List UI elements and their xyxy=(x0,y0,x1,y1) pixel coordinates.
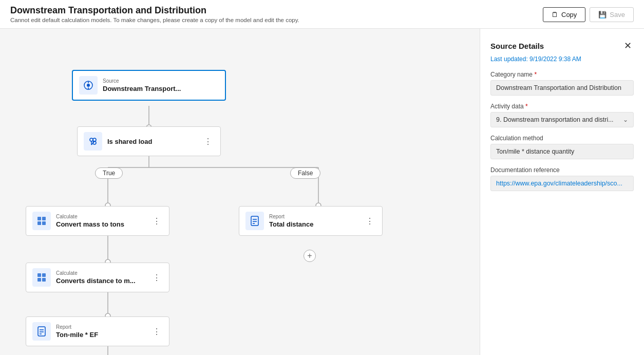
svg-rect-34 xyxy=(251,216,258,226)
calc2-content: Calculate Converts distance to m... xyxy=(56,270,145,285)
calc2-title: Converts distance to m... xyxy=(56,277,145,285)
calc1-content: Calculate Convert mass to tons xyxy=(56,214,145,228)
subtitle: Cannot edit default calculation models. … xyxy=(10,17,299,23)
svg-rect-27 xyxy=(42,273,46,277)
activity-label: Activity data * xyxy=(490,103,634,110)
condition-menu-icon[interactable]: ⋮ xyxy=(202,136,214,147)
header-left: Downstream Transportation and Distributi… xyxy=(10,5,299,23)
calc1-title: Convert mass to tons xyxy=(56,220,145,228)
calc1-menu-icon[interactable]: ⋮ xyxy=(150,215,163,227)
calc-node-1[interactable]: Calculate Convert mass to tons ⋮ xyxy=(26,206,169,236)
right-panel: Source Details ✕ Last updated: 9/19/2022… xyxy=(480,29,644,355)
chevron-down-icon: ⌄ xyxy=(623,116,628,123)
calc2-type: Calculate xyxy=(56,270,145,276)
connections-svg xyxy=(0,29,462,355)
condition-node[interactable]: Is shared load ⋮ xyxy=(77,126,221,156)
calc-node-2[interactable]: Calculate Converts distance to m... ⋮ xyxy=(26,263,169,292)
panel-header: Source Details ✕ xyxy=(490,39,634,52)
svg-rect-29 xyxy=(42,278,46,282)
calc2-menu-icon[interactable]: ⋮ xyxy=(150,272,163,284)
svg-point-19 xyxy=(93,138,96,141)
category-value: Downstream Transportation and Distributi… xyxy=(490,80,634,96)
source-node-content: Source Downstream Transport... xyxy=(103,78,219,92)
main-content: Source Downstream Transport... Is s xyxy=(0,29,644,355)
svg-rect-25 xyxy=(42,221,46,225)
branch-false-label: False xyxy=(290,167,320,179)
last-updated: Last updated: 9/19/2022 9:38 AM xyxy=(490,55,634,63)
copy-button[interactable]: 🗒 Copy xyxy=(543,7,585,22)
source-node[interactable]: Source Downstream Transport... xyxy=(72,70,226,101)
canvas[interactable]: Source Downstream Transport... Is s xyxy=(0,29,480,355)
calc2-icon xyxy=(32,268,51,287)
source-icon xyxy=(79,76,98,95)
svg-point-17 xyxy=(90,138,93,141)
report2-icon xyxy=(245,212,264,230)
source-node-title: Downstream Transport... xyxy=(103,85,219,92)
report2-menu-icon[interactable]: ⋮ xyxy=(364,215,376,227)
condition-node-title: Is shared load xyxy=(107,138,197,145)
svg-rect-26 xyxy=(37,273,41,277)
report1-type: Report xyxy=(56,324,145,330)
close-button[interactable]: ✕ xyxy=(622,39,634,52)
calculation-value: Ton/mile * distance quantity xyxy=(490,144,634,159)
svg-point-14 xyxy=(87,84,90,87)
header: Downstream Transportation and Distributi… xyxy=(0,0,644,29)
page-title: Downstream Transportation and Distributi… xyxy=(10,5,299,16)
panel-title: Source Details xyxy=(490,42,544,50)
calc1-icon xyxy=(32,212,51,230)
canvas-inner: Source Downstream Transport... Is s xyxy=(0,29,462,355)
save-icon: 💾 xyxy=(598,11,607,18)
header-actions: 🗒 Copy 💾 Save xyxy=(543,7,634,22)
report1-content: Report Ton-mile * EF xyxy=(56,324,145,339)
svg-rect-23 xyxy=(42,217,46,220)
svg-rect-24 xyxy=(37,221,41,225)
report-node-2[interactable]: Report Total distance ⋮ xyxy=(239,206,383,236)
branch-true-label: True xyxy=(95,167,123,179)
report2-type: Report xyxy=(269,214,358,219)
report-node-1[interactable]: Report Ton-mile * EF ⋮ xyxy=(26,316,169,346)
calculation-label: Calculation method xyxy=(490,135,634,142)
report2-title: Total distance xyxy=(269,220,358,228)
category-required: * xyxy=(534,71,537,78)
copy-icon: 🗒 xyxy=(552,11,558,18)
activity-dropdown[interactable]: 9. Downstream transportation and distri.… xyxy=(490,112,634,127)
activity-required: * xyxy=(525,103,528,110)
category-label: Category name * xyxy=(490,71,634,78)
condition-node-content: Is shared load xyxy=(107,138,197,145)
condition-icon xyxy=(84,132,102,151)
report1-title: Ton-mile * EF xyxy=(56,331,145,339)
report2-content: Report Total distance xyxy=(269,214,358,228)
documentation-label: Documentation reference xyxy=(490,166,634,174)
svg-rect-22 xyxy=(37,217,41,220)
save-button: 💾 Save xyxy=(590,7,634,22)
report1-menu-icon[interactable]: ⋮ xyxy=(150,326,163,338)
plus-button-false[interactable]: + xyxy=(304,250,316,262)
documentation-value: https://www.epa.gov/climateleadership/sc… xyxy=(490,176,634,191)
calc1-type: Calculate xyxy=(56,214,145,219)
report1-icon xyxy=(32,322,51,341)
source-type-label: Source xyxy=(103,78,219,84)
svg-rect-28 xyxy=(37,278,41,282)
svg-rect-30 xyxy=(38,327,45,336)
